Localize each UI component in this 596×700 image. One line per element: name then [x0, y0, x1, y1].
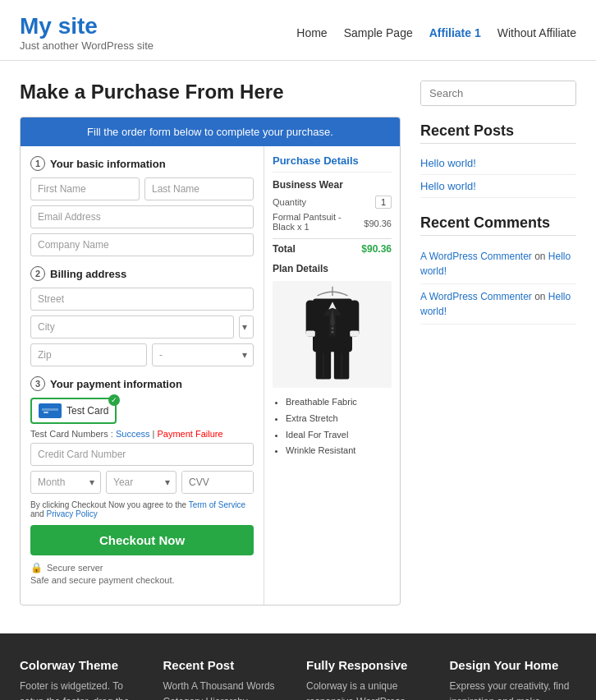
cvv-input[interactable] [182, 472, 254, 493]
city-country-row: Country [30, 315, 254, 338]
commenter-1[interactable]: A WordPress Commenter [420, 291, 532, 302]
dash-select-wrap: - [152, 343, 254, 366]
card-button[interactable]: Test Card [30, 398, 117, 424]
site-title[interactable]: My site [20, 13, 98, 39]
company-row [30, 233, 254, 256]
section-num-1: 1 [30, 156, 45, 171]
basic-info-label: Your basic information [50, 158, 166, 170]
year-select[interactable]: Year [106, 471, 177, 494]
terms-link[interactable]: Term of Service [189, 500, 245, 509]
footer-widget-2: Fully Responsive Colorway is a unique re… [306, 658, 433, 700]
svg-point-13 [331, 327, 333, 329]
cc-input[interactable] [30, 443, 254, 466]
payment-section: 3 Your payment information [30, 376, 254, 585]
email-input[interactable] [30, 205, 254, 228]
payment-title: 3 Your payment information [30, 376, 254, 391]
footer-widget-0: Colorway Theme Footer is widgetized. To … [20, 658, 147, 700]
section-num-3: 3 [30, 376, 45, 391]
page-title: Make a Purchase From Here [20, 81, 401, 104]
billing-section: 2 Billing address Country [30, 266, 254, 366]
success-link[interactable]: Success [116, 429, 150, 439]
feature-3: Wrinkle Resistant [286, 443, 392, 459]
footer-widgets: Colorway Theme Footer is widgetized. To … [20, 658, 576, 700]
zip-row: - [30, 343, 254, 366]
nav-sample-page[interactable]: Sample Page [344, 26, 413, 39]
last-name-input[interactable] [144, 177, 254, 200]
privacy-link[interactable]: Privacy Policy [46, 509, 97, 518]
comment-item-1: A WordPress Commenter on Hello world! [420, 284, 576, 325]
basic-info-section: 1 Your basic information [30, 156, 254, 256]
cvv-wrap [181, 471, 254, 494]
search-button[interactable]: 🔍 [575, 82, 576, 104]
nav-home[interactable]: Home [296, 26, 327, 39]
recent-comments-title: Recent Comments [420, 214, 576, 236]
comment-item-0: A WordPress Commenter on Hello world! [420, 244, 576, 284]
street-row [30, 288, 254, 311]
terms-text: By clicking Checkout Now you agree to th… [30, 500, 254, 518]
feature-2: Ideal For Travel [286, 427, 392, 444]
product-price: $90.36 [364, 219, 392, 228]
secure-desc: Safe and secure payment checkout. [30, 575, 254, 585]
footer-widget-title-0: Colorway Theme [20, 658, 147, 672]
lock-icon: 🔒 [30, 562, 43, 573]
sidebar: 🔍 Recent Posts Hello world! Hello world!… [420, 81, 576, 606]
product-name: Business Wear [273, 179, 392, 191]
form-right: Purchase Details Business Wear Quantity … [264, 146, 400, 605]
secure-row: 🔒 Secure server [30, 562, 254, 573]
name-row [30, 177, 254, 200]
checkout-button[interactable]: Checkout Now [30, 525, 254, 555]
dash-select[interactable]: - [152, 343, 254, 366]
footer-widget-title-2: Fully Responsive [306, 658, 433, 672]
city-input[interactable] [30, 315, 234, 338]
purchase-container: Fill the order form below to complete yo… [20, 117, 401, 606]
form-body: 1 Your basic information [21, 146, 400, 605]
recent-comments-section: Recent Comments A WordPress Commenter on… [420, 214, 576, 325]
company-input[interactable] [30, 233, 254, 256]
card-label: Test Card [66, 405, 108, 417]
commenter-0[interactable]: A WordPress Commenter [420, 251, 532, 262]
purchase-details-title: Purchase Details [273, 154, 392, 173]
section-num-2: 2 [30, 266, 45, 281]
svg-rect-17 [350, 330, 359, 336]
zip-input[interactable] [30, 343, 147, 366]
nav-without-affiliate[interactable]: Without Affiliate [497, 26, 576, 39]
search-box: 🔍 [420, 81, 576, 106]
feature-0: Breathable Fabric [286, 394, 392, 411]
footer-widget-title-3: Design Your Home [450, 658, 577, 672]
quantity-row: Quantity 1 [273, 196, 392, 209]
product-line: Formal Pantsuit - Black x 1 [273, 212, 364, 232]
svg-rect-1 [42, 408, 58, 411]
first-name-input[interactable] [30, 177, 140, 200]
nav-affiliate1[interactable]: Affiliate 1 [429, 26, 481, 39]
product-image [273, 281, 392, 388]
month-cvv-row: Month Year [30, 471, 254, 494]
plan-details-title: Plan Details [273, 263, 392, 274]
form-left: 1 Your basic information [21, 146, 264, 605]
main-layout: Make a Purchase From Here Fill the order… [0, 61, 596, 625]
on-text-0: on [534, 251, 548, 262]
footer-widget-text-2: Colorway is a unique responsive WordPres… [306, 679, 433, 700]
secure-label: Secure server [47, 563, 103, 573]
test-card-text: Test Card Numbers : Success | Payment Fa… [30, 429, 254, 439]
post-link-0[interactable]: Hello world! [420, 152, 576, 175]
svg-point-12 [331, 331, 333, 334]
on-text-1: on [534, 291, 548, 302]
quantity-label: Quantity [273, 197, 306, 207]
country-select[interactable]: Country [239, 315, 254, 338]
content-area: Make a Purchase From Here Fill the order… [20, 81, 401, 606]
month-select[interactable]: Month [30, 471, 101, 494]
feature-1: Extra Stretch [286, 411, 392, 427]
street-input[interactable] [30, 288, 254, 311]
post-link-1[interactable]: Hello world! [420, 175, 576, 198]
failure-link[interactable]: Payment Failure [158, 429, 223, 439]
suit-svg [300, 285, 365, 384]
search-input[interactable] [421, 81, 575, 105]
site-header: My site Just another WordPress site Home… [0, 0, 596, 61]
country-select-wrap: Country [239, 315, 254, 338]
svg-rect-16 [305, 330, 314, 336]
year-select-wrap: Year [106, 471, 177, 494]
footer-widget-3: Design Your Home Express your creativity… [450, 658, 577, 700]
footer-widget-text-0: Footer is widgetized. To setup the foote… [20, 679, 147, 700]
cc-row [30, 443, 254, 466]
card-icon [39, 403, 62, 418]
